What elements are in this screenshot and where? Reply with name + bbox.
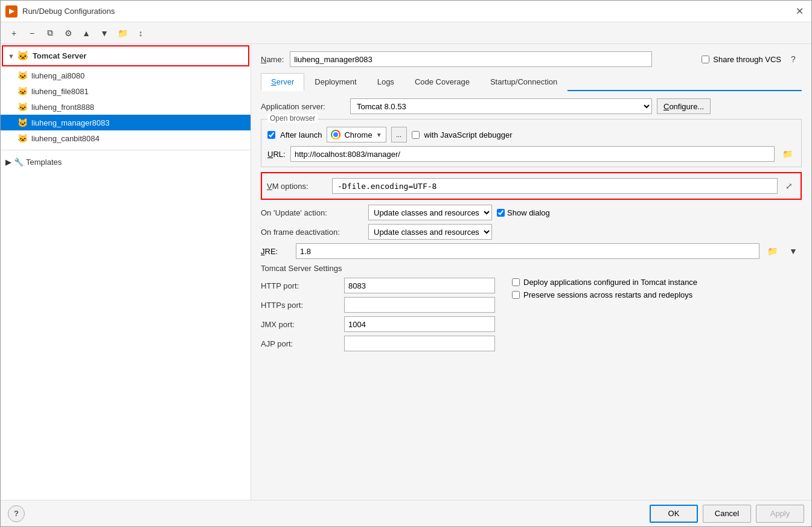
server-icon-canbit8084: 🐱 [18,133,28,143]
sort-button[interactable]: ↕ [132,25,149,41]
remove-button[interactable]: − [24,25,40,41]
app-server-row: Application server: Tomcat 8.0.53 Config… [261,98,802,114]
deploy-options: Deploy applications configured in Tomcat… [512,278,697,355]
templates-arrow-icon: ▶ [5,158,11,167]
server-icon-ai8080: 🐱 [18,71,28,80]
show-dialog-checkbox[interactable] [497,209,505,217]
tomcat-section-header[interactable]: ▼ 🐱 Tomcat Server [2,45,249,66]
settings-title: Tomcat Server Settings [261,264,802,273]
on-update-select[interactable]: Update classes and resources [368,205,492,220]
sidebar: ▼ 🐱 Tomcat Server 🐱 liuheng_ai8080 🐱 liu… [1,44,251,500]
open-browser-legend: Open browser [267,114,318,123]
http-port-label: HTTP port: [261,281,339,290]
jre-folder-icon[interactable]: 📁 [764,243,780,259]
tomcat-icon: 🐱 [17,50,29,62]
https-port-row: HTTPs port: [261,297,500,313]
jmx-port-input[interactable] [344,316,495,332]
jre-input[interactable] [296,243,759,259]
tab-logs[interactable]: Logs [367,73,404,91]
vm-options-row: VM options: ⤢ [267,178,796,194]
run-debug-window: ▶ Run/Debug Configurations ✕ + − ⧉ ⚙ ▲ ▼… [0,0,812,527]
help-icon-button[interactable]: ? [785,51,802,67]
share-area: Share through VCS ? [702,51,802,67]
name-input[interactable] [290,51,652,67]
sidebar-item-file8081[interactable]: 🐱 liuheng_file8081 [1,83,251,99]
https-port-input[interactable] [344,297,495,313]
url-folder-icon[interactable]: 📁 [779,146,795,162]
js-debugger-label: with JavaScript debugger [424,130,513,139]
vm-options-input[interactable] [332,178,778,194]
toolbar: + − ⧉ ⚙ ▲ ▼ 📁 ↕ [1,22,811,44]
preserve-sessions-label: Preserve sessions across restarts and re… [523,290,692,299]
tab-code-coverage[interactable]: Code Coverage [404,73,480,91]
sidebar-item-manager8083[interactable]: 🐱 liuheng_manager8083 [1,115,251,130]
http-port-row: HTTP port: [261,278,500,293]
show-dialog-area: Show dialog [497,208,550,217]
move-up-button[interactable]: ▲ [78,25,95,41]
tomcat-section-label: 🐱 Tomcat Server [17,50,86,62]
jmx-port-row: JMX port: [261,316,500,332]
bottom-bar: ? OK Cancel Apply [1,500,811,526]
on-frame-select[interactable]: Update classes and resources [368,224,492,240]
right-panel: Name: Share through VCS ? Server Deploym… [251,44,811,500]
folder-button[interactable]: 📁 [114,25,131,41]
tab-deployment[interactable]: Deployment [304,73,366,91]
deploy-tomcat-option: Deploy applications configured in Tomcat… [512,278,697,287]
copy-button[interactable]: ⧉ [42,25,59,41]
browser-more-button[interactable]: ... [391,127,407,142]
ajp-port-row: AJP port: [261,336,500,351]
deploy-tomcat-label: Deploy applications configured in Tomcat… [523,278,697,287]
deploy-tomcat-checkbox[interactable] [512,278,520,286]
configure-button[interactable]: Configure... [657,98,711,114]
sidebar-item-front8888[interactable]: 🐱 liuheng_front8888 [1,99,251,115]
after-launch-label: After launch [280,130,322,139]
ajp-port-label: AJP port: [261,339,339,348]
settings-button[interactable]: ⚙ [60,25,77,41]
help-button[interactable]: ? [8,505,25,522]
tab-server[interactable]: Server [261,73,304,91]
settings-section: Tomcat Server Settings HTTP port: HTTPs … [261,264,802,355]
name-label: Name: [261,55,284,64]
sidebar-item-ai8080[interactable]: 🐱 liuheng_ai8080 [1,68,251,83]
server-icon-front8888: 🐱 [18,102,28,112]
apply-button[interactable]: Apply [756,505,804,523]
http-port-input[interactable] [344,278,495,293]
tab-startup-connection[interactable]: Startup/Connection [480,73,567,91]
on-update-label: On 'Update' action: [261,208,363,217]
show-dialog-label: Show dialog [507,208,550,217]
url-input[interactable] [290,146,775,162]
app-icon: ▶ [5,5,18,18]
window-title: Run/Debug Configurations [22,7,792,16]
browser-dropdown-arrow-icon: ▼ [376,132,382,138]
app-server-label: Application server: [261,102,345,111]
js-debugger-checkbox[interactable] [412,131,420,139]
open-browser-group: Open browser After launch Chrome ▼ ... w… [261,119,802,167]
app-server-select[interactable]: Tomcat 8.0.53 [350,98,652,114]
preserve-sessions-checkbox[interactable] [512,291,520,299]
main-content: ▼ 🐱 Tomcat Server 🐱 liuheng_ai8080 🐱 liu… [1,44,811,500]
cancel-button[interactable]: Cancel [703,505,751,523]
after-launch-checkbox[interactable] [267,131,275,139]
vm-options-section: VM options: ⤢ [261,172,802,200]
port-fields: HTTP port: HTTPs port: JMX port: AJ [261,278,500,355]
vm-expand-button[interactable]: ⤢ [782,179,796,193]
server-icon-file8081: 🐱 [18,86,28,96]
on-frame-label: On frame deactivation: [261,228,363,237]
add-button[interactable]: + [5,25,22,41]
jre-dropdown-arrow-icon[interactable]: ▼ [785,243,802,259]
tabs: Server Deployment Logs Code Coverage Sta… [261,73,802,91]
bottom-left: ? [8,505,645,522]
url-row: URL: 📁 [267,146,795,162]
chrome-dropdown[interactable]: Chrome ▼ [327,127,386,142]
tomcat-arrow-icon: ▼ [8,53,14,60]
browser-label: Chrome [344,130,372,139]
close-button[interactable]: ✕ [792,4,807,19]
sidebar-item-canbit8084[interactable]: 🐱 liuheng_canbit8084 [1,130,251,146]
share-vcs-label: Share through VCS [713,55,781,64]
ok-button[interactable]: OK [650,505,698,523]
move-down-button[interactable]: ▼ [96,25,113,41]
share-vcs-checkbox[interactable] [702,56,709,63]
on-frame-row: On frame deactivation: Update classes an… [261,224,802,240]
ajp-port-input[interactable] [344,336,495,351]
templates-section[interactable]: ▶ 🔧 Templates [1,154,251,170]
